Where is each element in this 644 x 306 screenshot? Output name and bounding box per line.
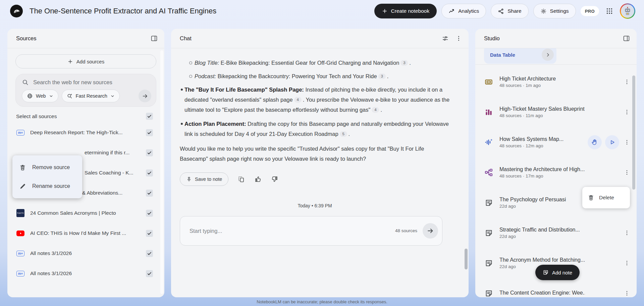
- studio-item-meta: 48 sources · 17m ago: [499, 173, 585, 178]
- research-sparkle-icon: [67, 93, 73, 99]
- send-message-button[interactable]: [423, 223, 438, 239]
- source-checkbox[interactable]: [146, 230, 153, 237]
- studio-item-row[interactable]: High Ticket Architecture 48 sources · 1m…: [475, 67, 637, 97]
- citation-chip[interactable]: 4: [294, 97, 302, 103]
- settings-button[interactable]: Settings: [533, 4, 576, 18]
- interactive-mode-button[interactable]: [588, 135, 602, 149]
- chat-more-menu-icon[interactable]: [455, 35, 462, 42]
- chat-message-area: Blog Title: E-Bike Bikepacking: Essentia…: [171, 48, 469, 246]
- studio-item-title: How Sales Systems Map...: [499, 136, 564, 142]
- source-row[interactable]: m+ Deep Research Report: The High-Tick..…: [7, 122, 164, 143]
- studio-item-menu-icon[interactable]: [623, 228, 631, 237]
- report-bars-icon: [484, 108, 493, 116]
- user-avatar[interactable]: [620, 3, 635, 19]
- citation-chip[interactable]: 3: [378, 73, 386, 79]
- carousel-next-icon[interactable]: [542, 49, 554, 61]
- remove-source-menu-item[interactable]: Remove source: [12, 158, 82, 177]
- save-to-note-button[interactable]: Save to note: [180, 172, 228, 186]
- studio-item-row[interactable]: Strategic Traffic and Distribution... 22…: [475, 218, 637, 248]
- studio-item-row[interactable]: High-Ticket Mastery Sales Blueprint 48 s…: [475, 97, 637, 127]
- bullet-label: The "Buy It For Life Basecamp" Splash Pa…: [184, 87, 304, 93]
- analytics-label: Analytics: [458, 8, 479, 14]
- note-icon: [484, 229, 493, 237]
- chat-input[interactable]: [190, 228, 395, 234]
- thumbs-down-icon[interactable]: [271, 175, 278, 183]
- sources-scrollbar[interactable]: [160, 50, 163, 294]
- gear-icon: [540, 8, 547, 14]
- trend-up-icon: [448, 8, 455, 14]
- expand-studio-panel-icon[interactable]: [623, 35, 630, 42]
- citation-chip[interactable]: 5: [340, 131, 347, 137]
- search-sources-input[interactable]: [33, 79, 151, 86]
- message-actions-row: Save to note: [180, 172, 450, 186]
- studio-item-title: The Acronym Method for Batching...: [499, 257, 585, 263]
- source-checkbox[interactable]: [146, 190, 153, 197]
- studio-item-row[interactable]: The Content Creation Engine: Wee...: [475, 278, 637, 297]
- studio-item-menu-icon[interactable]: [623, 78, 631, 86]
- thumbs-up-icon[interactable]: [254, 175, 262, 183]
- source-row[interactable]: AI CEO: THIS is How I'd Make My First ..…: [7, 223, 164, 243]
- apps-grid-icon[interactable]: [606, 7, 613, 15]
- source-row[interactable]: m+ All notes 3/1/2026: [7, 263, 164, 284]
- analytics-button[interactable]: Analytics: [441, 4, 486, 18]
- studio-panel: Studio Data Table: [475, 29, 637, 297]
- source-checkbox[interactable]: [146, 149, 153, 156]
- source-title: 24 Common Sales Acronyms | Plecto: [30, 210, 116, 216]
- source-title: Sales Coaching - K...: [85, 170, 133, 176]
- rename-source-menu-item[interactable]: Rename source: [12, 177, 82, 196]
- source-title: All notes 3/1/2026: [30, 250, 72, 256]
- notebook-source-icon: m+: [16, 271, 25, 276]
- create-notebook-button[interactable]: Create notebook: [374, 4, 437, 18]
- notebooklm-logo-icon[interactable]: [10, 5, 23, 17]
- citation-chip[interactable]: 4: [372, 107, 379, 113]
- play-audio-button[interactable]: [605, 135, 619, 149]
- top-bar: The One-Sentence Profit Extractor and AI…: [0, 0, 644, 22]
- studio-item-menu-icon[interactable]: [623, 108, 631, 116]
- add-sources-button[interactable]: Add sources: [15, 54, 156, 68]
- studio-item-title: The Psychology of Persuasi: [499, 197, 566, 203]
- source-title: AI CEO: THIS is How I'd Make My First ..…: [30, 230, 126, 236]
- chat-timestamp: Today • 6:39 PM: [180, 201, 450, 211]
- studio-item-title: Mastering the Architecture of High...: [499, 166, 585, 172]
- studio-item-row[interactable]: How Sales Systems Map... 48 sources · 12…: [475, 127, 637, 157]
- source-checkbox[interactable]: [146, 169, 153, 176]
- source-checkbox[interactable]: [146, 250, 153, 257]
- chat-scrollbar[interactable]: [465, 249, 468, 269]
- select-all-checkbox[interactable]: [146, 113, 153, 120]
- studio-item-menu-icon[interactable]: [623, 138, 631, 147]
- disclaimer-text: NotebookLM can be inaccurate; please dou…: [0, 299, 644, 304]
- share-icon: [498, 8, 504, 14]
- studio-scrollbar[interactable]: [632, 75, 635, 190]
- main-content: Sources Add sources: [0, 29, 644, 297]
- submit-search-button[interactable]: [139, 90, 151, 102]
- studio-item-menu-icon[interactable]: [623, 289, 631, 297]
- source-checkbox[interactable]: [146, 129, 153, 136]
- studio-item-title: High-Ticket Mastery Sales Blueprint: [499, 106, 585, 112]
- citation-chip[interactable]: 3: [400, 60, 408, 66]
- notebook-title[interactable]: The One-Sentence Profit Extractor and AI…: [30, 7, 216, 15]
- share-label: Share: [507, 8, 521, 14]
- collapse-sources-panel-icon[interactable]: [151, 35, 158, 42]
- research-mode-dropdown[interactable]: Fast Research: [62, 90, 120, 102]
- data-table-chip[interactable]: Data Table: [484, 48, 556, 64]
- notebook-source-icon: m+: [16, 130, 25, 136]
- chat-settings-icon[interactable]: [442, 35, 449, 42]
- studio-item-menu-icon[interactable]: [623, 259, 631, 267]
- web-filter-dropdown[interactable]: Web: [22, 90, 58, 102]
- sub-bullet-label: Blog Title:: [195, 60, 219, 66]
- copy-icon[interactable]: [238, 176, 245, 183]
- add-note-button[interactable]: Add note: [535, 265, 580, 280]
- share-button[interactable]: Share: [491, 4, 528, 18]
- source-row[interactable]: m+ All notes 3/1/2026: [7, 243, 164, 263]
- chevron-down-icon: [110, 94, 115, 98]
- delete-menu-item[interactable]: Delete: [582, 187, 630, 208]
- sub-bullet-text: E-Bike Bikepacking: Essential Gear for O…: [219, 60, 399, 66]
- studio-item-menu-icon[interactable]: [623, 168, 631, 177]
- studio-item-meta: 48 sources · 1m ago: [499, 83, 556, 88]
- source-checkbox[interactable]: [146, 210, 153, 217]
- source-row[interactable]: PLECTO 24 Common Sales Acronyms | Plecto: [7, 203, 164, 223]
- note-icon: [484, 259, 493, 267]
- studio-item-row[interactable]: Mastering the Architecture of High... 48…: [475, 157, 637, 188]
- studio-item-list: High Ticket Architecture 48 sources · 1m…: [475, 65, 637, 297]
- source-checkbox[interactable]: [146, 270, 153, 277]
